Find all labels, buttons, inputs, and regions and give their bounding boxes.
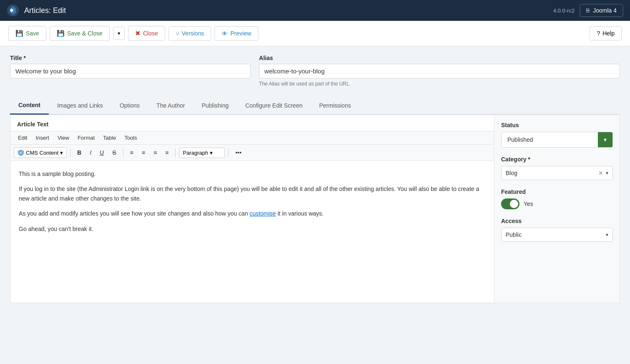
status-section: Status Published ▾ [501, 122, 613, 148]
access-value: Public [506, 231, 603, 238]
category-arrow-icon[interactable]: ▾ [606, 170, 608, 176]
joomla4-icon: ⎘ [586, 7, 590, 14]
versions-button[interactable]: ⑂ Versions [169, 26, 212, 41]
paragraph-select[interactable]: Paragraph ▾ [179, 148, 225, 158]
editor-layout: Article Text Edit Insert View Format Tab… [10, 115, 620, 303]
content-para-1: This is a sample blog posting. [19, 169, 486, 178]
tab-permissions[interactable]: Permissions [311, 97, 359, 114]
access-label: Access [501, 218, 613, 224]
content-para-3: As you add and modify articles you will … [19, 209, 486, 218]
preview-label: Preview [230, 30, 251, 37]
menu-table[interactable]: Table [99, 133, 120, 143]
toolbar-separator-3 [175, 148, 176, 157]
tab-images-links[interactable]: Images and Links [49, 97, 111, 114]
customise-link[interactable]: customise [249, 210, 276, 217]
editor-content[interactable]: This is a sample blog posting. If you lo… [10, 161, 494, 294]
preview-icon: 👁 [222, 30, 228, 37]
menu-tools[interactable]: Tools [120, 133, 141, 143]
category-label: Category * [501, 156, 613, 163]
top-nav-right: 4.0.0-rc2 ⎘ Joomla 4 [553, 4, 623, 17]
save-button[interactable]: 💾 Save [8, 26, 46, 41]
alias-field-group: Alias The Alias will be used as part of … [259, 55, 620, 87]
menu-view[interactable]: View [53, 133, 73, 143]
toolbar: 💾 Save 💾 Save & Close ▾ ✖ Close ⑂ Versio… [0, 21, 630, 46]
joomla4-button[interactable]: ⎘ Joomla 4 [580, 4, 623, 17]
access-arrow-icon[interactable]: ▾ [606, 232, 608, 238]
close-label: Close [143, 30, 158, 37]
access-section: Access Public ▾ [501, 218, 613, 242]
status-label: Status [501, 122, 613, 128]
alias-input[interactable] [259, 64, 620, 78]
more-options-button[interactable]: ••• [232, 148, 245, 158]
editor-menu-bar: Edit Insert View Format Table Tools [10, 131, 494, 145]
strikethrough-button[interactable]: S [109, 148, 119, 158]
help-icon: ? [597, 30, 600, 37]
featured-label: Featured [501, 188, 613, 195]
preview-button[interactable]: 👁 Preview [214, 26, 258, 41]
close-icon: ✖ [135, 30, 141, 37]
article-text-label: Article Text [10, 115, 494, 131]
save-close-icon: 💾 [57, 30, 65, 37]
paragraph-label: Paragraph [183, 150, 208, 156]
menu-insert[interactable]: Insert [31, 133, 53, 143]
menu-format[interactable]: Format [73, 133, 99, 143]
tab-options[interactable]: Options [111, 97, 148, 114]
featured-section: Featured Yes [501, 188, 613, 209]
save-dropdown-button[interactable]: ▾ [113, 27, 125, 40]
top-nav-left: ✱ Articles: Edit [7, 4, 66, 17]
editor-toolbar: CMS Content ▾ B I U S ≡ ≡ ≡ ≡ Paragraph … [10, 145, 494, 161]
fields-row: Title * Alias The Alias will be used as … [10, 55, 620, 87]
content-para-2: If you log in to the site (the Administr… [19, 184, 486, 203]
alias-hint: The Alias will be used as part of the UR… [259, 81, 620, 87]
italic-button[interactable]: I [86, 148, 95, 158]
category-section: Category * Blog ✕ ▾ [501, 156, 613, 180]
top-nav: ✱ Articles: Edit 4.0.0-rc2 ⎘ Joomla 4 [0, 0, 630, 21]
category-dropdown[interactable]: Blog ✕ ▾ [501, 166, 613, 180]
align-right-button[interactable]: ≡ [150, 148, 160, 158]
save-icon: 💾 [15, 30, 23, 37]
menu-edit[interactable]: Edit [14, 133, 31, 143]
cms-content-icon [18, 149, 24, 156]
toolbar-separator-1 [70, 148, 71, 157]
tab-publishing[interactable]: Publishing [193, 97, 237, 114]
main-content: Title * Alias The Alias will be used as … [0, 46, 630, 311]
save-close-button[interactable]: 💾 Save & Close [50, 26, 110, 41]
status-dropdown: Published ▾ [501, 132, 613, 148]
align-justify-button[interactable]: ≡ [162, 148, 172, 158]
tab-configure-edit-screen[interactable]: Configure Edit Screen [237, 97, 311, 114]
title-input[interactable] [10, 64, 251, 78]
toolbar-separator-2 [123, 148, 123, 157]
category-value: Blog [506, 170, 596, 176]
underline-button[interactable]: U [96, 148, 107, 158]
versions-icon: ⑂ [176, 30, 179, 37]
featured-toggle[interactable] [501, 198, 519, 209]
page-title: Articles: Edit [24, 6, 66, 15]
svg-text:✱: ✱ [10, 8, 14, 13]
status-value: Published [501, 132, 598, 147]
cms-content-button[interactable]: CMS Content ▾ [14, 147, 67, 158]
align-center-button[interactable]: ≡ [139, 148, 149, 158]
versions-label: Versions [182, 30, 204, 37]
bold-button[interactable]: B [74, 148, 85, 158]
tab-content[interactable]: Content [10, 97, 49, 115]
version-label: 4.0.0-rc2 [553, 8, 575, 14]
content-para-4: Go ahead, you can't break it. [19, 224, 486, 233]
close-button[interactable]: ✖ Close [128, 26, 165, 41]
featured-toggle-label: Yes [524, 201, 533, 207]
help-label: Help [602, 30, 615, 37]
toolbar-separator-4 [228, 148, 229, 157]
access-dropdown[interactable]: Public ▾ [501, 228, 613, 242]
tabs-bar: Content Images and Links Options The Aut… [10, 97, 620, 115]
cms-content-arrow: ▾ [60, 150, 63, 156]
align-left-button[interactable]: ≡ [127, 148, 137, 158]
help-button[interactable]: ? Help [590, 26, 622, 40]
joomla-logo-icon: ✱ [7, 4, 19, 17]
alias-label: Alias [259, 55, 620, 61]
status-dropdown-button[interactable]: ▾ [598, 132, 612, 147]
paragraph-arrow: ▾ [210, 150, 213, 156]
tab-the-author[interactable]: The Author [148, 97, 194, 114]
category-clear-icon[interactable]: ✕ [598, 170, 603, 176]
title-label: Title * [10, 55, 251, 61]
featured-row: Yes [501, 198, 613, 209]
editor-main: Article Text Edit Insert View Format Tab… [10, 115, 494, 303]
